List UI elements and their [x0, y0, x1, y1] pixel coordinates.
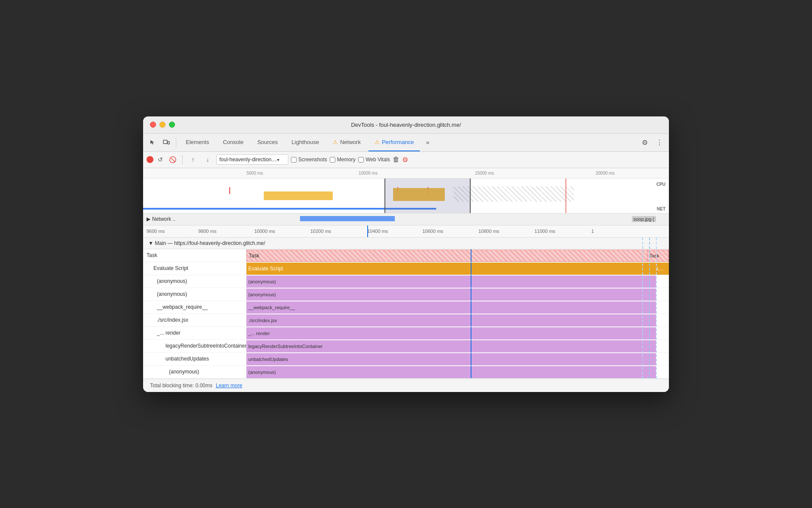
tick-10800: 10800 ms	[478, 229, 499, 234]
red-vertical-line	[565, 179, 566, 213]
divider2	[182, 155, 183, 164]
tick-11000: 11000 ms	[534, 229, 555, 234]
blocking-area	[453, 186, 574, 202]
net-bar-blue	[300, 216, 395, 221]
download-icon[interactable]: ↓	[202, 154, 214, 166]
flame-bar-src: ./src/index.jsx	[247, 314, 669, 326]
flame-label-anon-1: (anonymous)	[143, 275, 247, 288]
flame-row-src: ./src/index.jsx ./src/index.jsx	[143, 314, 669, 327]
anon-block-1: (anonymous)	[247, 276, 656, 288]
flame-bar-webpack: __webpack_require__	[247, 301, 669, 314]
timeline-canvas[interactable]: CPU NET	[143, 179, 669, 213]
blue-line-task	[471, 249, 472, 262]
status-bar: Total blocking time: 0.00ms Learn more	[143, 379, 669, 392]
tick-15000: 15000 ms	[475, 171, 494, 176]
traffic-lights	[150, 122, 175, 128]
expand-icon[interactable]: ▶	[147, 216, 150, 222]
web-vitals-checkbox-group: Web Vitals	[358, 157, 390, 163]
net-label: NET	[657, 207, 665, 211]
webpack-block: __webpack_require__	[247, 301, 656, 314]
evaluate-block-main: Evaluate Script	[247, 263, 656, 275]
flame-chart-header[interactable]: ▼ Main — https://foul-heavenly-direction…	[143, 238, 669, 249]
red-marker-1	[229, 187, 230, 194]
blue-line-evaluate	[471, 262, 472, 275]
tab-performance[interactable]: ⚠ Performance	[369, 133, 420, 151]
tab-elements[interactable]: Elements	[180, 133, 215, 151]
render-block: _... render	[247, 327, 656, 339]
flame-row-render: _... render _... render	[143, 327, 669, 340]
flame-bar-unbatched: unbatchedUpdates	[247, 353, 669, 365]
close-button[interactable]	[150, 122, 156, 128]
svg-rect-1	[168, 141, 169, 144]
network-row-label: Network ..	[152, 216, 175, 222]
flame-label-render: _... render	[143, 327, 247, 339]
memory-checkbox[interactable]	[330, 157, 335, 163]
flame-row-task: Task Task Task	[143, 249, 669, 262]
flame-label-evaluate: Evaluate Script	[143, 262, 247, 275]
capture-settings-button[interactable]: ⚙	[402, 156, 408, 164]
timeline-ruler-detail: 9600 ms 9800 ms 10000 ms 10200 ms 10400 …	[143, 226, 669, 238]
tick-10400: 10400 ms	[367, 229, 388, 234]
clear-button[interactable]: 🚫	[167, 155, 178, 164]
select-arrow-icon: ▾	[277, 157, 279, 162]
anon-block-2: (anonymous)	[247, 288, 656, 301]
tick-5000: 5000 ms	[247, 171, 263, 176]
evaluate-block-end: L...	[655, 263, 669, 275]
flame-bar-anon-2: (anonymous)	[247, 288, 669, 301]
minimize-button[interactable]	[159, 122, 166, 128]
tab-console[interactable]: Console	[217, 133, 250, 151]
flame-bar-evaluate: Evaluate Script L...	[247, 262, 669, 275]
blue-line-anon2	[471, 288, 472, 301]
tick-partial: 1	[591, 229, 594, 234]
blue-line-render	[471, 327, 472, 339]
dashed-line-1	[642, 238, 643, 379]
flame-bar-legacy: legacyRenderSubtreeIntoContainer	[247, 340, 669, 352]
tab-sources[interactable]: Sources	[251, 133, 284, 151]
blue-line-anon1	[471, 275, 472, 288]
tick-20000: 20000 ms	[596, 171, 615, 176]
learn-more-link[interactable]: Learn more	[216, 383, 242, 389]
device-toggle-icon[interactable]	[160, 136, 172, 148]
tab-network[interactable]: ⚠ Network	[327, 133, 367, 151]
flame-label-webpack: __webpack_require__	[143, 301, 247, 314]
cursor-icon[interactable]	[147, 136, 159, 148]
cpu-label: CPU	[656, 182, 665, 187]
flame-row-unbatched: unbatchedUpdates unbatchedUpdates	[143, 353, 669, 366]
timeline-overview: 5000 ms 10000 ms 15000 ms 20000 ms CPU N…	[143, 168, 669, 213]
more-options-icon[interactable]: ⋮	[653, 136, 665, 148]
selection-overlay	[384, 179, 471, 213]
tick-10000: 10000 ms	[359, 171, 378, 176]
reload-record-button[interactable]: ↺	[156, 155, 165, 164]
maximize-button[interactable]	[169, 122, 175, 128]
blue-line-unbatched	[471, 353, 472, 365]
web-vitals-checkbox[interactable]	[358, 157, 364, 163]
blue-line-anon-bottom	[471, 366, 472, 378]
flame-label-unbatched: unbatchedUpdates	[143, 353, 247, 365]
flame-row-anon-1: (anonymous) (anonymous)	[143, 275, 669, 288]
flame-bar-render: _... render	[247, 327, 669, 339]
more-tabs-icon[interactable]: »	[422, 136, 434, 148]
record-button[interactable]	[147, 156, 153, 163]
anon-bottom-block: (anonymous)	[247, 366, 656, 378]
blue-line-webpack	[471, 301, 472, 314]
url-select[interactable]: foul-heavenly-direction.... ▾	[216, 154, 288, 165]
detail-blue-line	[367, 226, 368, 237]
network-warning-icon: ⚠	[333, 139, 338, 145]
tab-lighthouse[interactable]: Lighthouse	[286, 133, 325, 151]
tick-10200: 10200 ms	[310, 229, 331, 234]
timeline-ruler-overview: 5000 ms 10000 ms 15000 ms 20000 ms	[143, 168, 669, 179]
devtools-window: DevTools - foul-heavenly-direction.glitc…	[143, 116, 669, 392]
svg-rect-0	[163, 140, 167, 144]
upload-icon[interactable]: ↑	[187, 154, 199, 166]
screenshots-checkbox[interactable]	[291, 157, 297, 163]
network-row-left: ▶ Network ..	[147, 216, 233, 222]
flame-row-webpack: __webpack_require__ __webpack_require__	[143, 301, 669, 314]
flame-label-anon-2: (anonymous)	[143, 288, 247, 301]
performance-toolbar: ↺ 🚫 ↑ ↓ foul-heavenly-direction.... ▾ Sc…	[143, 152, 669, 168]
delete-recording-button[interactable]: 🗑	[393, 156, 400, 163]
flame-label-task: Task	[143, 249, 247, 262]
screenshots-checkbox-group: Screenshots	[291, 157, 327, 163]
tab-toolbar: Elements Console Sources Lighthouse ⚠ Ne…	[143, 134, 669, 152]
settings-icon[interactable]: ⚙	[639, 136, 651, 148]
tick-10000: 10000 ms	[254, 229, 275, 234]
